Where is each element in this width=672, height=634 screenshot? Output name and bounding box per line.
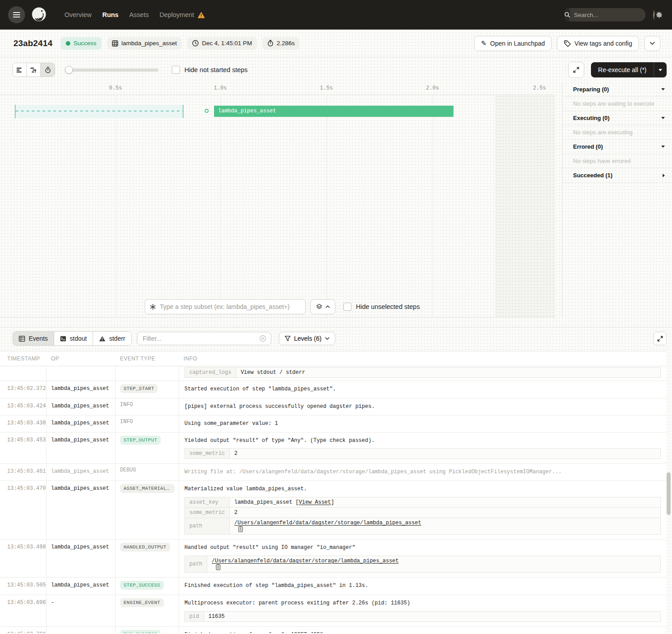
metadata-key: some_metric	[185, 507, 230, 518]
section-preparing[interactable]: Preparing (0)	[562, 82, 672, 97]
metadata-value: /Users/alangenfeld/data/dagster/storage/…	[230, 518, 661, 534]
log-timestamp: 13:45:03.696	[0, 595, 47, 626]
log-filter-input[interactable]	[143, 335, 259, 342]
view-timed-icon-button[interactable]	[41, 63, 55, 77]
run-actions-dropdown-button[interactable]	[644, 36, 660, 51]
section-executing[interactable]: Executing (0)	[562, 111, 672, 125]
gantt-step-bar[interactable]: lambda_pipes_asset	[214, 106, 454, 117]
terminal-icon	[60, 336, 66, 342]
log-row[interactable]: captured_logsView stdout / stderr	[0, 366, 666, 381]
expand-icon	[657, 335, 663, 342]
event-type-badge: INFO	[120, 402, 133, 408]
clear-filter-icon[interactable]	[259, 335, 266, 342]
log-timestamp: 13:45:03.498	[0, 540, 47, 577]
log-op: -	[47, 595, 116, 626]
log-row[interactable]: 13:45:03.438lambda_pipes_assetINFOUsing …	[0, 416, 666, 433]
log-row[interactable]: 13:45:03.453lambda_pipes_assetSTEP_OUTPU…	[0, 433, 666, 464]
metadata-key: captured_logs	[185, 368, 236, 378]
events-toolbar: Events stdout stderr Levels (6)	[0, 331, 672, 346]
hamburger-menu-button[interactable]	[8, 6, 25, 23]
log-info-text: Writing file at: /Users/alangenfeld/data…	[184, 468, 661, 476]
log-row[interactable]: 13:45:03.701-RUN_SUCCESSFinished executi…	[0, 627, 666, 633]
open-in-launchpad-button[interactable]: ✎ Open in Launchpad	[474, 36, 552, 51]
section-succeeded[interactable]: Succeeded (1)	[562, 168, 672, 183]
events-scrollbar-thumb[interactable]	[667, 472, 671, 515]
global-search[interactable]: /	[564, 8, 646, 21]
datetime-chip: Dec 4, 1:45:01 PM	[187, 37, 257, 50]
warning-icon	[99, 336, 106, 342]
gantt-fullscreen-button[interactable]	[568, 62, 584, 78]
view-asset-link[interactable]: View Asset	[299, 499, 331, 505]
log-op: lambda_pipes_asset	[47, 416, 116, 432]
nav-deployment[interactable]: Deployment	[159, 11, 194, 18]
metadata-path-link[interactable]: /Users/alangenfeld/data/dagster/storage/…	[212, 558, 399, 564]
re-execute-dropdown[interactable]	[654, 62, 667, 77]
view-flat-icon-button[interactable]	[13, 63, 27, 77]
tab-stdout[interactable]: stdout	[54, 332, 93, 345]
dagster-logo-icon[interactable]	[30, 5, 48, 24]
metadata-row: some_metric2	[185, 507, 661, 518]
levels-filter-button[interactable]: Levels (6)	[279, 332, 335, 345]
log-row[interactable]: 13:45:03.505lambda_pipes_assetSTEP_SUCCE…	[0, 578, 666, 595]
beyond-run-band	[495, 95, 555, 317]
log-event-type: HANDLED_OUTPUT	[116, 540, 179, 577]
axis-tick: 1.5s	[320, 85, 333, 91]
metadata-table: some_metric2	[184, 448, 661, 459]
axis-tick: 2.0s	[426, 85, 439, 91]
slider-track[interactable]	[65, 69, 158, 72]
step-waiting-region	[15, 105, 184, 118]
stopwatch-icon	[267, 40, 274, 47]
re-execute-all-button[interactable]: Re-execute all (*)	[591, 62, 667, 77]
step-status-panel: Preparing (0) No steps are waiting to ex…	[562, 82, 672, 317]
log-row[interactable]: 13:45:03.696-ENGINE_EVENTMultiprocess ex…	[0, 595, 666, 627]
tab-stderr[interactable]: stderr	[93, 332, 131, 345]
nav-assets[interactable]: Assets	[129, 11, 149, 18]
event-type-badge: ENGINE_EVENT	[120, 598, 164, 607]
metadata-row: pid11635	[185, 611, 661, 621]
run-id: 23ab2414	[13, 39, 52, 48]
metadata-value: 11635	[204, 611, 660, 621]
settings-gear-icon[interactable]	[655, 11, 663, 19]
top-nav: Overview Runs Assets Deployment /	[0, 0, 672, 30]
axis-tick: 0.5s	[109, 85, 122, 91]
nav-runs[interactable]: Runs	[102, 11, 118, 18]
log-row[interactable]: 13:45:03.461lambda_pipes_assetDEBUGWriti…	[0, 464, 666, 481]
hide-not-started-checkbox[interactable]	[172, 66, 180, 74]
copy-path-icon[interactable]	[215, 564, 221, 570]
event-type-badge: STEP_SUCCESS	[120, 581, 164, 590]
funnel-icon	[285, 336, 291, 341]
main-nav: Overview Runs Assets Deployment	[64, 11, 205, 18]
search-icon	[564, 8, 570, 21]
events-fullscreen-button[interactable]	[653, 332, 667, 345]
hide-unselected-checkbox[interactable]	[343, 303, 351, 311]
log-timestamp: 13:45:02.372	[0, 381, 47, 398]
event-type-badge: RUN_SUCCESS	[120, 630, 161, 633]
hide-not-started-checkbox-row[interactable]: Hide not started steps	[172, 66, 248, 74]
metadata-path-link[interactable]: /Users/alangenfeld/data/dagster/storage/…	[234, 520, 421, 526]
log-row[interactable]: 13:45:03.470lambda_pipes_assetASSET_MATE…	[0, 481, 666, 540]
job-chip[interactable]: lambda_pipes_asset	[107, 37, 182, 50]
hide-unselected-checkbox-row[interactable]: Hide unselected steps	[343, 303, 420, 311]
collapse-layers-button[interactable]	[310, 299, 335, 314]
log-info: Started execution of step "lambda_pipes_…	[179, 381, 666, 398]
log-row[interactable]: 13:45:03.424lambda_pipes_assetINFO[pipes…	[0, 398, 666, 416]
tab-events[interactable]: Events	[13, 332, 54, 345]
view-tags-config-button[interactable]: View tags and config	[557, 36, 639, 51]
tag-icon	[564, 40, 571, 47]
run-status-badge: Success	[60, 37, 102, 50]
nav-overview[interactable]: Overview	[64, 11, 91, 18]
log-row[interactable]: 13:45:02.372lambda_pipes_assetSTEP_START…	[0, 381, 666, 398]
log-timestamp: 13:45:03.424	[0, 398, 47, 415]
deployment-warning-icon	[197, 12, 205, 18]
slider-thumb[interactable]	[65, 66, 73, 74]
search-input[interactable]	[570, 12, 653, 18]
log-op: lambda_pipes_asset	[47, 578, 116, 595]
step-subset-input[interactable]	[160, 303, 301, 310]
log-row[interactable]: 13:45:03.498lambda_pipes_assetHANDLED_OU…	[0, 540, 666, 578]
metadata-table: asset_keylambda_pipes_asset [View Asset]…	[184, 497, 661, 535]
section-errored[interactable]: Errored (0)	[562, 140, 672, 154]
zoom-slider[interactable]	[65, 66, 158, 74]
copy-path-icon[interactable]	[238, 526, 243, 532]
log-event-type: STEP_START	[116, 381, 179, 398]
view-waterfall-icon-button[interactable]	[27, 63, 41, 77]
